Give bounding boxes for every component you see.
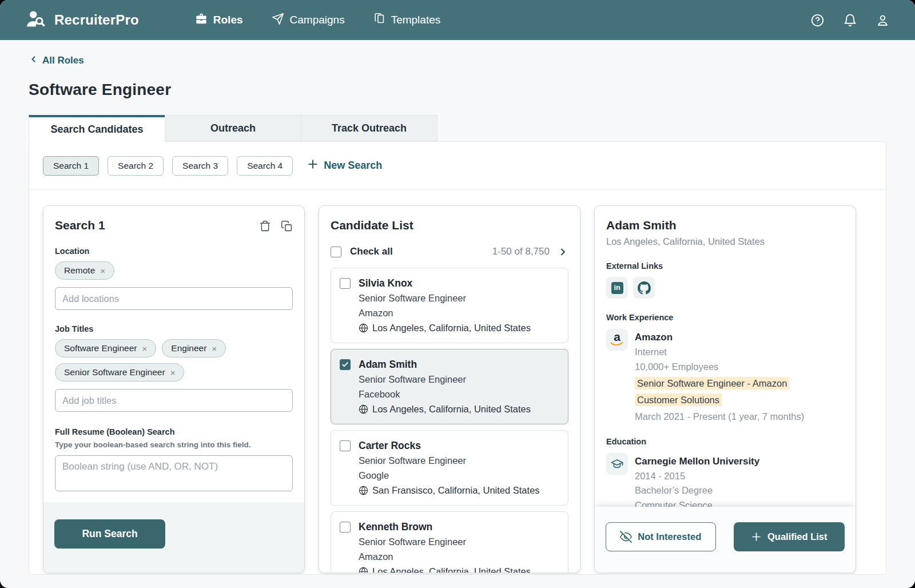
add-job-titles-input[interactable]	[55, 389, 293, 412]
job-title-chip-label: Senior Software Engineer	[64, 367, 165, 378]
candidate-card[interactable]: Kenneth BrownSenior Software EngineerAma…	[331, 511, 568, 573]
candidate-list-panel: Candidate List Check all 1-50 of 8,750 S…	[319, 205, 580, 573]
candidate-location: San Fransisco, California, United States	[359, 483, 540, 498]
job-titles-label: Job Titles	[55, 324, 293, 333]
remove-chip-icon[interactable]: ×	[100, 267, 105, 275]
brand-name: RecruiterPro	[54, 12, 139, 28]
github-link[interactable]	[633, 277, 655, 299]
search-tab-1[interactable]: Search 1	[43, 156, 99, 176]
amazon-logo-icon: a	[606, 329, 628, 351]
breadcrumb-label: All Roles	[42, 55, 84, 66]
remove-chip-icon[interactable]: ×	[142, 344, 148, 353]
eye-off-icon	[620, 531, 632, 543]
boolean-search-help: Type your boolean-based search string in…	[55, 440, 293, 449]
candidate-checkbox[interactable]	[340, 359, 351, 370]
trash-icon[interactable]	[259, 220, 271, 232]
tab-track-outreach[interactable]: Track Outreach	[301, 115, 437, 141]
not-interested-button[interactable]: Not Interested	[606, 522, 716, 551]
education-label: Education	[606, 437, 844, 446]
work-role-highlighted: Senior Software Engineer - Amazon Custom…	[635, 377, 789, 406]
candidate-card[interactable]: Carter RocksSenior Software EngineerGoog…	[331, 430, 568, 506]
candidate-company: Amazon	[359, 549, 531, 564]
candidate-detail-panel: Adam Smith Los Angeles, California, Unit…	[594, 205, 856, 573]
candidate-name: Adam Smith	[359, 357, 531, 372]
education-years: 2014 - 2015	[635, 469, 759, 484]
remove-chip-icon[interactable]: ×	[170, 368, 176, 377]
globe-icon	[359, 404, 368, 414]
nav-item-label: Roles	[213, 14, 243, 26]
nav-item-label: Campaigns	[290, 14, 345, 26]
new-search-label: New Search	[324, 160, 382, 172]
candidate-list: Silvia KnoxSenior Software EngineerAmazo…	[331, 268, 568, 573]
candidate-list-title: Candidate List	[331, 218, 568, 232]
candidate-checkbox[interactable]	[340, 278, 351, 289]
new-search-button[interactable]: New Search	[307, 158, 382, 173]
globe-icon	[359, 486, 368, 495]
send-icon	[272, 13, 284, 28]
user-icon[interactable]	[875, 13, 890, 27]
job-title-chip-label: Software Engineer	[64, 343, 137, 353]
job-title-chip: Engineer×	[162, 339, 226, 357]
qualified-list-label: Qualified List	[767, 531, 828, 542]
pagination-range: 1-50 of 8,750	[492, 246, 550, 257]
globe-icon	[359, 567, 368, 574]
job-title-chip: Software Engineer×	[55, 339, 156, 357]
candidate-card[interactable]: Adam SmithSenior Software EngineerFacebo…	[331, 349, 568, 424]
nav-item-roles[interactable]: Roles	[195, 13, 243, 28]
nav-item-templates[interactable]: Templates	[373, 13, 441, 27]
search-tab-4[interactable]: Search 4	[237, 156, 293, 176]
job-title-chip: Senior Software Engineer×	[55, 363, 184, 382]
candidate-detail-footer: Not Interested Qualified List	[595, 507, 856, 573]
next-page-chevron-icon[interactable]	[558, 247, 568, 257]
not-interested-label: Not Interested	[638, 531, 701, 542]
candidate-location: Los Angeles, California, United States	[359, 402, 531, 416]
plus-icon	[307, 158, 319, 173]
work-size: 10,000+ Employees	[635, 360, 809, 375]
tab-outreach[interactable]: Outreach	[165, 115, 301, 141]
candidate-location: Los Angeles, California, United States	[359, 564, 531, 573]
candidate-checkbox[interactable]	[340, 440, 351, 451]
add-locations-input[interactable]	[55, 287, 293, 310]
duplicate-icon[interactable]	[281, 220, 293, 232]
remove-chip-icon[interactable]: ×	[212, 344, 217, 353]
candidate-title: Senior Software Engineer	[359, 291, 531, 305]
candidate-card[interactable]: Silvia KnoxSenior Software EngineerAmazo…	[331, 268, 568, 343]
location-label: Location	[55, 247, 293, 256]
bell-icon[interactable]	[842, 13, 857, 27]
location-chip: Remote×	[55, 261, 114, 280]
candidate-checkbox[interactable]	[340, 522, 351, 533]
check-all-label: Check all	[350, 246, 393, 257]
run-search-button[interactable]: Run Search	[54, 519, 165, 549]
tab-search-candidates[interactable]: Search Candidates	[29, 115, 165, 142]
graduation-cap-icon	[606, 453, 628, 475]
check-all-checkbox[interactable]	[331, 247, 341, 257]
education-school: Carnegie Mellon University	[635, 454, 759, 469]
tab-bar: Search Candidates Outreach Track Outreac…	[29, 115, 886, 141]
brand[interactable]: RecruiterPro	[25, 8, 139, 32]
linkedin-icon: in	[611, 282, 623, 294]
candidate-location: Los Angeles, California, United States	[359, 320, 531, 335]
work-dates: March 2021 - Present (1 year, 7 months)	[635, 410, 809, 424]
boolean-search-input[interactable]	[55, 455, 293, 491]
page-title: Software Engineer	[29, 81, 886, 99]
candidate-name: Carter Rocks	[359, 438, 540, 453]
search-tab-3[interactable]: Search 3	[172, 156, 228, 176]
briefcase-icon	[195, 13, 208, 28]
breadcrumb-all-roles[interactable]: All Roles	[29, 54, 84, 67]
search-tabs-row: Search 1Search 2Search 3Search 4 New Sea…	[29, 142, 886, 190]
nav-item-campaigns[interactable]: Campaigns	[272, 13, 345, 28]
chevron-left-icon	[29, 54, 38, 67]
qualified-list-button[interactable]: Qualified List	[734, 522, 845, 551]
nav-item-label: Templates	[391, 14, 441, 26]
main-container: Search 1Search 2Search 3Search 4 New Sea…	[29, 141, 886, 575]
linkedin-link[interactable]: in	[606, 277, 628, 299]
education-degree: Bachelor’s Degree	[635, 483, 759, 498]
search-panel-title: Search 1	[55, 218, 105, 232]
candidate-detail-location: Los Angeles, California, United States	[606, 236, 844, 247]
plus-icon	[751, 531, 762, 542]
globe-icon	[359, 323, 368, 333]
help-icon[interactable]	[810, 13, 825, 27]
work-experience-label: Work Experience	[606, 313, 844, 322]
candidate-detail-name: Adam Smith	[606, 218, 844, 232]
search-tab-2[interactable]: Search 2	[108, 156, 164, 176]
